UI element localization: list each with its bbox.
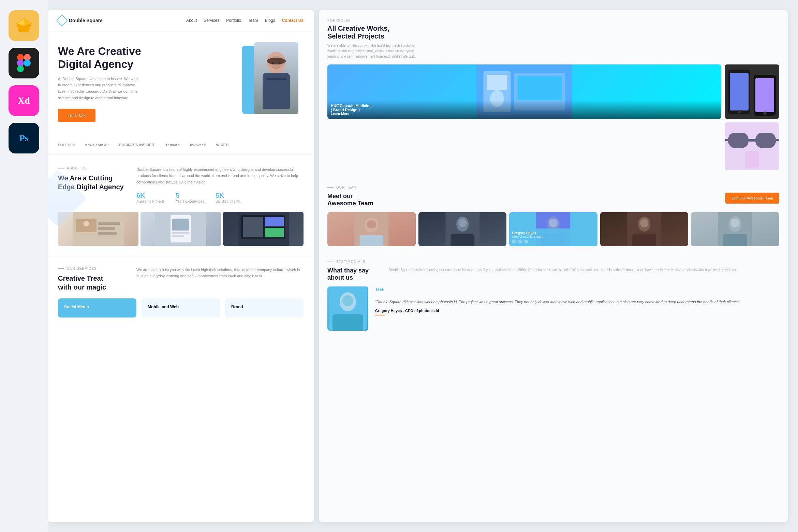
testimonials-label: Testimonials [327, 260, 779, 264]
svg-rect-37 [518, 76, 562, 100]
svg-point-58 [458, 219, 467, 227]
svg-rect-50 [776, 139, 779, 141]
stats: 6K Awesome Projects. 5 Years Experienced… [136, 192, 304, 203]
team-title: Meet ourAwesome Team [327, 193, 373, 207]
svg-point-70 [731, 219, 740, 227]
team-members: Gregory Hayes CEO of Double Square f i t [327, 212, 779, 246]
test-divider [375, 315, 385, 315]
page-right: Portfolio All Creative Works,Selected Pr… [319, 10, 788, 522]
stat-number-2: 5K [216, 192, 241, 200]
stat-label-2: Satisfied Clients. [216, 200, 241, 203]
gallery-item-1 [141, 212, 221, 246]
social-instagram[interactable]: i [518, 239, 522, 243]
logo-text: Double Square [69, 18, 103, 23]
nav-about[interactable]: About [186, 18, 197, 23]
about-label: About Us [58, 166, 126, 170]
social-facebook[interactable]: f [512, 239, 516, 243]
svg-rect-71 [723, 234, 747, 246]
portfolio-section: Portfolio All Creative Works,Selected Pr… [319, 10, 788, 179]
portfolio-card-2[interactable] [725, 122, 779, 170]
svg-rect-67 [632, 234, 656, 246]
svg-point-13 [272, 62, 274, 64]
svg-point-62 [549, 219, 558, 227]
svg-point-66 [640, 219, 648, 227]
test-title: What thay sayabout us [327, 267, 382, 281]
learn-more-link[interactable]: Learn More → [331, 112, 718, 116]
portfolio-label: Portfolio [327, 19, 779, 23]
dots-decoration: · · ·· · ·· · · [293, 49, 302, 57]
hero-text: We Are CreativeDigital Agency At Double … [58, 45, 235, 122]
svg-rect-40 [730, 73, 749, 110]
client-logo-0: news.com.au [85, 143, 109, 147]
stat-years: 5 Years Experienced. [176, 192, 205, 203]
team-member-4 [691, 212, 779, 246]
client-logo-2: ✦envato [165, 143, 180, 147]
stat-clients: 5K Satisfied Clients. [216, 192, 241, 203]
xd-icon[interactable]: Xd [9, 85, 39, 116]
nav-services[interactable]: Services [204, 18, 219, 23]
hero-title: We Are CreativeDigital Agency [58, 45, 235, 71]
stat-number-0: 6K [136, 192, 165, 200]
svg-point-44 [763, 112, 767, 115]
nav-contact[interactable]: Contact Us [282, 18, 304, 23]
svg-rect-42 [755, 78, 774, 112]
service-card-title-2: Brand [231, 305, 297, 309]
member-name: Gregory Hayes [512, 231, 595, 235]
stat-number-1: 5 [176, 192, 205, 200]
join-team-button[interactable]: Join Our Awesome Team [725, 193, 779, 204]
team-label: Our Team [327, 186, 779, 189]
page-left: Double Square About Services Portfolio T… [48, 10, 314, 522]
svg-rect-48 [749, 139, 755, 142]
main-content: Double Square About Services Portfolio T… [48, 0, 798, 532]
svg-point-54 [367, 220, 376, 228]
stat-label-1: Years Experienced. [176, 200, 205, 203]
hero-desc: At Double Square, we aspire to inspire. … [58, 76, 140, 101]
about-right: Double Square is a team of highly experi… [136, 166, 304, 203]
testimonial-person [327, 286, 368, 331]
svg-point-7 [24, 60, 31, 66]
svg-rect-8 [17, 65, 24, 72]
services-left: Our Services Creative Treatwith our magi… [58, 267, 126, 292]
ps-icon[interactable]: Ps [9, 123, 39, 153]
portfolio-card-1[interactable] [725, 64, 779, 119]
svg-point-12 [267, 58, 286, 64]
team-member-2: Gregory Hayes CEO of Double Square f i t [509, 212, 597, 246]
svg-rect-34 [487, 75, 507, 90]
svg-point-74 [342, 295, 353, 306]
svg-rect-59 [450, 234, 474, 246]
client-logo-1: BUSINESS INSIDER [119, 143, 154, 147]
svg-rect-15 [266, 78, 286, 80]
portfolio-card-label-0: HUE Capsule Medicine( Brand Design ) Lea… [327, 100, 721, 119]
services-section: Our Services Creative Treatwith our magi… [48, 256, 314, 324]
hero-section: We Are CreativeDigital Agency At Double … [48, 31, 314, 136]
social-twitter[interactable]: t [524, 239, 528, 243]
nav-portfolio[interactable]: Portfolio [226, 18, 241, 23]
navigation: Double Square About Services Portfolio T… [48, 10, 314, 31]
service-cards: Social Media Mobile and Web Brand [58, 298, 304, 317]
portfolio-card-0[interactable]: HUE Capsule Medicine( Brand Design ) Lea… [327, 64, 721, 119]
portfolio-grid: HUE Capsule Medicine( Brand Design ) Lea… [327, 64, 779, 170]
member-social: f i t [512, 239, 595, 243]
svg-rect-30 [265, 217, 284, 226]
gallery-section [48, 212, 314, 256]
test-desc: Double Square has been serving our custo… [389, 267, 779, 281]
test-left: What thay sayabout us [327, 267, 382, 281]
hero-cta-button[interactable]: Let's Talk [58, 109, 95, 122]
nav-team[interactable]: Team [248, 18, 258, 23]
service-card-1: Mobile and Web [142, 298, 220, 317]
team-title-block: Meet ourAwesome Team [327, 193, 373, 207]
svg-rect-21 [98, 232, 117, 235]
services-desc: We are able to help you with the latest … [136, 267, 304, 279]
team-member-0 [327, 212, 416, 246]
figma-icon[interactable] [9, 48, 39, 78]
services-right: We are able to help you with the latest … [136, 267, 304, 292]
sketch-icon[interactable] [9, 10, 39, 41]
sidebar: Xd Ps [0, 0, 48, 532]
testimonials-section: Testimonials What thay sayabout us Doubl… [319, 253, 788, 338]
svg-rect-51 [745, 151, 759, 168]
nav-blogs[interactable]: Blogs [265, 18, 275, 23]
service-card-title-1: Mobile and Web [148, 305, 214, 309]
gallery-item-2 [223, 212, 304, 246]
client-logo-3: midweek [190, 143, 206, 147]
test-content: ❝❝ "Double Square did excellent work on … [375, 286, 779, 331]
